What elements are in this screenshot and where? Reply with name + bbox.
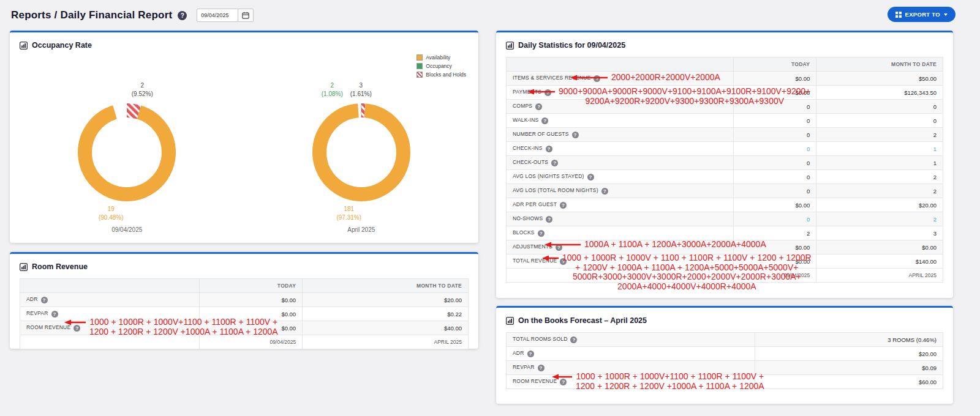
occupancy-card-title: Occupancy Rate [32,41,92,50]
blocks-count-label: 2 [132,81,153,90]
legend-label-availability: Availability [426,54,450,61]
forecast-table: TOTAL ROOMS SOLD 3 ROOMS (0.46%) ADR $20… [506,332,943,389]
help-icon[interactable] [41,297,48,303]
chart-today-bottom-labels: 19 (90.48%) [99,205,124,223]
row-avg-los-total-room-nights: AVG LOS (TOTAL ROOM NIGHTS) 0 2 [507,184,943,198]
help-icon[interactable] [572,132,579,138]
chart-legend: Availability Occupancy Blocks and Holds [417,54,466,78]
revpar-today-value: $0.00 [199,307,302,321]
row-revpar: REVPAR $0.09 [507,361,943,375]
page-help-icon[interactable] [178,11,187,20]
row-label: CHECK-OUTS [513,159,548,165]
footer-today-date: 09/04/2025 [733,269,816,283]
row-adjustments: ADJUSTMENTS $0.00 $0.00 [507,240,943,254]
report-date-picker [197,9,254,22]
report-icon [20,263,28,271]
adr-mtd-value: $20.00 [303,293,469,307]
row-label: AVG LOS (TOTAL ROOM NIGHTS) [513,187,598,193]
row-blocks: BLOCKS 2 3 [507,226,943,240]
row-check-outs: CHECK-OUTS 0 1 [507,156,943,170]
row-label: TOTAL REVENUE [513,258,557,264]
export-to-label: EXPORT TO [905,11,940,18]
footer-today-date: 09/04/2025 [199,335,302,349]
calendar-button[interactable] [238,9,254,22]
donut-slice-availability [85,111,169,195]
forecast-card-title: On the Books Forecast – April 2025 [518,316,647,325]
availability-count-label: 181 [336,205,361,214]
help-icon[interactable] [556,244,562,251]
no-shows-mtd-link[interactable]: 2 [816,212,943,226]
help-icon[interactable] [545,89,551,96]
adr-today-value: $0.00 [199,293,302,307]
row-comps: COMPS 0 0 [507,100,943,114]
help-icon[interactable] [560,258,567,265]
occupancy-card-header: Occupancy Rate [10,32,478,51]
forecast-card: On the Books Forecast – April 2025 TOTAL… [496,306,953,404]
blocks-pct-label: (9.52%) [132,90,153,98]
calendar-icon [242,12,249,19]
row-room-revenue: ROOM REVENUE $0.00 $40.00 [20,321,469,335]
help-icon[interactable] [560,202,567,209]
row-adr: ADR $0.00 $20.00 [20,293,469,307]
column-header-mtd: MONTH TO DATE [303,279,469,293]
room-revenue-card-header: Room Revenue [10,254,478,272]
column-header-mtd: MONTH TO DATE [816,58,943,72]
help-icon[interactable] [587,174,594,180]
legend-item-occupancy[interactable]: Occupancy [417,63,466,69]
row-label: NO-SHOWS [513,215,543,221]
row-label: TOTAL ROOMS SOLD [513,336,567,342]
chart-month-top-labels: 2 (1.08%) 3 (1.61%) [322,78,372,98]
occupancy-rate-card: Occupancy Rate Availability Occupancy Bl… [10,31,478,243]
help-icon[interactable] [546,216,552,223]
row-no-shows: NO-SHOWS 0 2 [507,212,943,226]
occupancy-pct-label: (1.08%) [322,90,343,98]
help-icon[interactable] [551,160,558,166]
help-icon[interactable] [538,365,545,371]
forecast-card-header: On the Books Forecast – April 2025 [496,308,953,326]
help-icon[interactable] [570,336,577,343]
chart-today-top-labels: 2 (9.52%) [132,78,153,98]
export-grid-icon [895,12,902,18]
no-shows-today-link[interactable]: 0 [733,212,816,226]
room-revenue-mtd-value: $40.00 [303,321,469,335]
help-icon[interactable] [535,103,542,110]
occupancy-donut-today [78,103,176,201]
page-title: Reports / Daily Financial Report [11,9,172,21]
report-icon [20,42,28,50]
row-number-of-guests: NUMBER OF GUESTS 0 2 [507,128,943,142]
daily-statistics-card-title: Daily Statistics for 09/04/2025 [518,41,625,50]
help-icon[interactable] [594,75,600,82]
help-icon[interactable] [560,379,567,385]
help-icon[interactable] [74,325,80,332]
help-icon[interactable] [51,311,58,318]
row-adr-per-guest: ADR PER GUEST $0.00 $20.00 [507,198,943,212]
footer-mtd-date: APRIL 2025 [303,335,469,349]
occupancy-chart-month: 2 (1.08%) 3 (1.61%) 181 (97.31%) [244,78,479,233]
legend-item-blocks[interactable]: Blocks and Holds [417,72,466,78]
occupancy-count-label: 2 [322,81,343,90]
help-icon[interactable] [538,230,545,237]
report-date-input[interactable] [197,9,238,22]
row-label: CHECK-INS [513,145,543,151]
row-label: NUMBER OF GUESTS [513,131,569,137]
help-icon[interactable] [546,146,552,152]
blocks-swatch-icon [417,72,423,78]
check-ins-mtd-link[interactable]: 1 [816,142,943,156]
row-label: AVG LOS (NIGHTS STAYED) [513,173,584,179]
legend-item-availability[interactable]: Availability [417,54,466,61]
help-icon[interactable] [541,117,548,124]
daily-statistics-card-header: Daily Statistics for 09/04/2025 [496,32,953,51]
footer-row: 09/04/2025 APRIL 2025 [507,269,943,283]
room-revenue-table: TODAY MONTH TO DATE ADR $0.00 $20.00 REV… [20,278,469,349]
row-label: WALK-INS [513,117,538,123]
daily-statistics-table: TODAY MONTH TO DATE ITEMS & SERVICES REV… [506,57,943,283]
row-adr: ADR $20.00 [507,347,943,361]
availability-pct-label: (97.31%) [336,214,361,222]
footer-row: 09/04/2025 APRIL 2025 [20,335,469,349]
help-icon[interactable] [527,351,534,357]
occupancy-swatch-icon [417,63,423,69]
export-to-button[interactable]: EXPORT TO [888,7,956,22]
occupancy-charts: 2 (9.52%) 19 (90.48%) 09/04/2025 [10,78,478,233]
check-ins-today-link[interactable]: 0 [733,142,816,156]
help-icon[interactable] [601,188,608,195]
